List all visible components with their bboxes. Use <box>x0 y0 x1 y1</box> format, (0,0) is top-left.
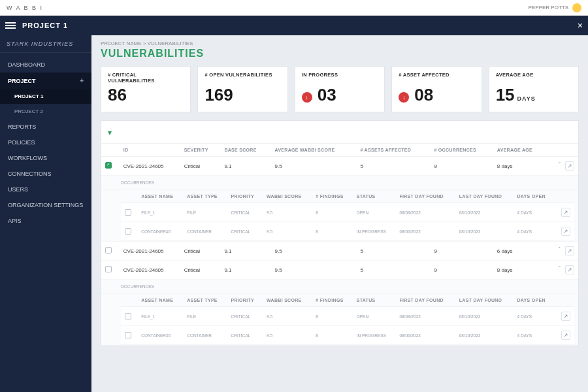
sidebar-item-label: WORKFLOWS <box>8 155 47 161</box>
menu-icon[interactable] <box>5 22 16 29</box>
row-checkbox[interactable] <box>125 209 131 216</box>
col-header[interactable]: ID <box>120 144 180 157</box>
sub-col-header[interactable]: ASSET TYPE <box>183 190 227 203</box>
kpi-value: 15DAYS <box>496 85 572 105</box>
occurrences-label: OCCURRENCES <box>101 176 578 190</box>
occurrences-label: OCCURRENCES <box>101 280 578 294</box>
row-checkbox[interactable] <box>105 266 112 272</box>
table-row[interactable]: CVE-2021-24605Critical9.19.5598 days˅↗ <box>101 157 578 176</box>
kpi-unit: DAYS <box>517 95 536 102</box>
sub-col-header[interactable]: # FINDINGS <box>312 294 352 307</box>
kpi-value: ↓03 <box>302 85 378 105</box>
open-external-icon[interactable]: ↗ <box>561 227 570 236</box>
col-header[interactable]: BASE SCORE <box>220 144 270 157</box>
page-title: VULNERABILITIES <box>91 48 588 66</box>
sidebar-item-label: APIS <box>8 218 22 224</box>
row-checkbox[interactable] <box>105 247 112 253</box>
sidebar-item-users[interactable]: USERS <box>0 182 91 197</box>
sidebar-item-reports[interactable]: REPORTS <box>0 119 91 135</box>
avatar <box>572 3 581 12</box>
sub-col-header[interactable]: WABBI SCORE <box>263 294 312 307</box>
expand-icon[interactable]: ˄ <box>558 246 561 255</box>
open-external-icon[interactable]: ↗ <box>565 246 574 255</box>
sub-col-header[interactable]: STATUS <box>353 294 396 307</box>
occurrence-row[interactable]: file_1FileCritical9.58OPEN08/08/202208/1… <box>121 307 574 326</box>
kpi-label: AVERAGE AGE <box>496 72 572 84</box>
sub-col-header[interactable]: FIRST DAY FOUND <box>395 294 455 307</box>
sub-col-header[interactable]: FIRST DAY FOUND <box>395 190 455 203</box>
sub-col-header[interactable] <box>121 294 137 307</box>
kpi-value: 86 <box>108 85 184 105</box>
col-header[interactable] <box>547 144 578 157</box>
kpi-cards: # CRITICAL VULNERABILITIES86# OPEN VULNE… <box>91 66 588 120</box>
sidebar-item-connections[interactable]: CONNECTIONS <box>0 166 91 182</box>
kpi-card: # ASSET AFFECTED↓08 <box>391 66 482 112</box>
col-header[interactable]: AVERAGE WABBI SCORE <box>271 144 357 157</box>
sidebar-item-apis[interactable]: APIS <box>0 213 91 229</box>
occurrence-row[interactable]: container#6ContainerCritical9.58IN PROGR… <box>121 222 574 241</box>
sidebar-item-workflows[interactable]: WORKFLOWS <box>0 150 91 166</box>
sub-col-header[interactable]: ASSET NAME <box>137 190 183 203</box>
sub-col-header[interactable]: LAST DAY FOUND <box>455 190 514 203</box>
sidebar-item-policies[interactable]: POLICIES <box>0 135 91 150</box>
kpi-label: IN PROGRESS <box>302 72 378 84</box>
open-external-icon[interactable]: ↗ <box>565 265 574 274</box>
table-row[interactable]: CVE-2021-24605Critical9.19.5598 days˅↗ <box>101 261 578 280</box>
table-row[interactable]: CVE-2021-24605Critical9.19.5596 days˄↗ <box>101 242 578 261</box>
col-header[interactable]: # OCCURRENCES <box>430 144 493 157</box>
col-header[interactable] <box>101 144 120 157</box>
nav-list: DASHBOARDPROJECT+PROJECT 1PROJECT 2REPOR… <box>0 53 91 233</box>
sidebar-item-project-1[interactable]: PROJECT 1 <box>0 89 91 104</box>
sub-col-header[interactable]: ASSET NAME <box>137 294 183 307</box>
sub-col-header[interactable]: STATUS <box>353 190 396 203</box>
occurrence-row[interactable]: container#6ContainerCritical9.58IN PROGR… <box>121 326 574 345</box>
close-icon[interactable]: × <box>578 20 583 31</box>
sidebar-item-dashboard[interactable]: DASHBOARD <box>0 57 91 73</box>
col-header[interactable]: SEVERITY <box>180 144 221 157</box>
open-external-icon[interactable]: ↗ <box>561 312 570 321</box>
sub-col-header[interactable] <box>555 190 574 203</box>
expand-icon[interactable]: ˅ <box>558 265 561 274</box>
trend-badge: ↓ <box>302 92 312 103</box>
occurrence-row[interactable]: file_1FileCritical9.58OPEN08/08/202208/1… <box>121 203 574 222</box>
sidebar-item-label: USERS <box>8 186 28 193</box>
row-checkbox[interactable] <box>125 332 131 338</box>
sub-col-header[interactable] <box>555 294 574 307</box>
sub-col-header[interactable]: DAYS OPEN <box>514 190 555 203</box>
main-content: PROJECT NAME > VULNERABILITIES VULNERABI… <box>91 35 588 392</box>
sub-col-header[interactable]: WABBI SCORE <box>263 190 312 203</box>
sub-col-header[interactable]: PRIORITY <box>227 294 263 307</box>
open-external-icon[interactable]: ↗ <box>561 331 570 340</box>
expand-icon[interactable]: ˅ <box>558 161 561 171</box>
sub-col-header[interactable] <box>121 190 137 203</box>
kpi-value: ↓08 <box>399 85 474 105</box>
sidebar-item-label: PROJECT 2 <box>14 108 43 114</box>
user-menu[interactable]: PEPPER POTTS <box>529 3 581 12</box>
top-bar: W A B B I PEPPER POTTS <box>0 0 588 16</box>
open-external-icon[interactable]: ↗ <box>565 161 574 171</box>
col-header[interactable]: # ASSETS AFFECTED <box>356 144 430 157</box>
filter-icon[interactable]: ▾ <box>108 128 112 137</box>
plus-icon[interactable]: + <box>80 77 84 84</box>
col-header[interactable]: AVERAGE AGE <box>493 144 547 157</box>
kpi-card: # OPEN VULNERABILITIES169 <box>197 66 287 112</box>
sub-col-header[interactable]: DAYS OPEN <box>514 294 555 307</box>
row-checkbox[interactable] <box>105 162 112 169</box>
sub-col-header[interactable]: PRIORITY <box>227 190 263 203</box>
row-checkbox[interactable] <box>125 313 131 319</box>
sidebar-item-label: PROJECT <box>8 78 36 84</box>
sidebar-item-project-2[interactable]: PROJECT 2 <box>0 104 91 119</box>
sub-col-header[interactable]: LAST DAY FOUND <box>455 294 514 307</box>
sidebar-item-label: CONNECTIONS <box>8 171 52 177</box>
sidebar-item-project[interactable]: PROJECT+ <box>0 73 91 89</box>
open-external-icon[interactable]: ↗ <box>561 208 570 217</box>
sidebar-item-organization-settings[interactable]: ORGANIZATION SETTINGS <box>0 197 91 213</box>
sub-col-header[interactable]: # FINDINGS <box>312 190 352 203</box>
kpi-card: IN PROGRESS↓03 <box>295 66 385 112</box>
sidebar: STARK INDUSTRIES DASHBOARDPROJECT+PROJEC… <box>0 35 91 392</box>
sidebar-item-label: PROJECT 1 <box>14 93 43 99</box>
vuln-panel: ▾ IDSEVERITYBASE SCOREAVERAGE WABBI SCOR… <box>101 120 579 346</box>
kpi-card: # CRITICAL VULNERABILITIES86 <box>101 66 191 112</box>
row-checkbox[interactable] <box>125 228 131 235</box>
sub-col-header[interactable]: ASSET TYPE <box>183 294 227 307</box>
